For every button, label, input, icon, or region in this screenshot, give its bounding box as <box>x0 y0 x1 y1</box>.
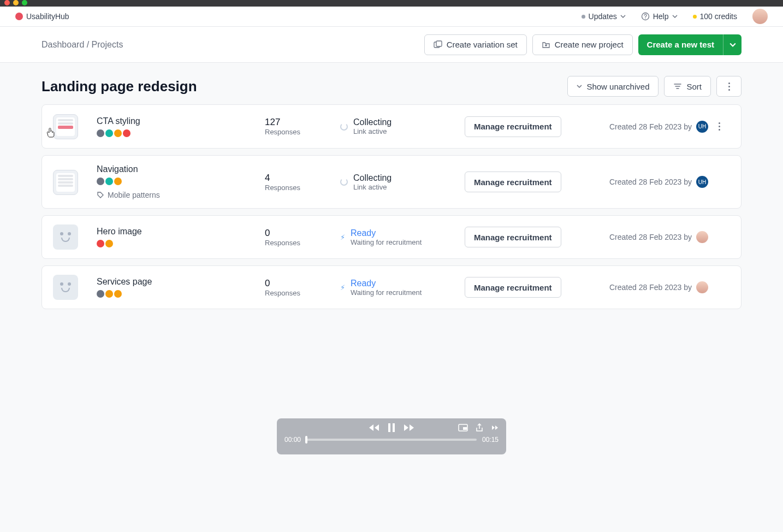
status-title: Ready <box>351 228 422 238</box>
status-title: Ready <box>351 279 422 288</box>
svg-rect-7 <box>463 427 467 430</box>
playhead-total: 00:15 <box>482 436 499 444</box>
creator-avatar: UH <box>696 121 708 133</box>
show-unarchived-button[interactable]: Show unarchived <box>567 76 659 97</box>
nav-updates[interactable]: Updates <box>582 12 626 21</box>
project-tools: Show unarchived Sort <box>567 76 742 97</box>
test-tags <box>97 129 260 137</box>
responses-label: Responses <box>265 128 336 136</box>
show-unarchived-label: Show unarchived <box>586 82 649 91</box>
nav-right: Updates Help 100 credits <box>582 9 768 24</box>
tag-icon <box>97 191 104 199</box>
more-icon <box>722 80 735 93</box>
fast-forward-button[interactable] <box>404 423 414 432</box>
tag-icon <box>114 290 122 298</box>
test-card[interactable]: Navigation Mobile patterns 4 Responses C… <box>41 155 742 209</box>
status-title: Collecting <box>353 117 391 127</box>
nav-credits-label: 100 credits <box>700 12 737 21</box>
video-controls <box>284 423 499 433</box>
pause-button[interactable] <box>387 423 396 433</box>
creator-avatar: UH <box>696 176 708 188</box>
brand-name: UsabilityHub <box>26 12 69 21</box>
test-name: Services page <box>97 277 260 287</box>
nav-help[interactable]: Help <box>641 12 678 21</box>
manage-recruitment-button[interactable]: Manage recruitment <box>465 172 561 192</box>
create-new-test-dropdown[interactable] <box>723 34 742 55</box>
window-close-icon[interactable] <box>4 0 10 5</box>
created-label: Created 28 Feb 2023 by <box>609 283 692 292</box>
window-titlebar <box>0 0 783 7</box>
manage-recruitment-button[interactable]: Manage recruitment <box>465 227 561 247</box>
created-label: Created 28 Feb 2023 by <box>609 122 692 131</box>
tag-icon <box>105 290 113 298</box>
tag-icon <box>97 129 104 137</box>
responses-label: Responses <box>265 289 336 297</box>
variation-icon <box>434 40 442 49</box>
test-tags <box>97 290 260 298</box>
created-label: Created 28 Feb 2023 by <box>609 233 692 241</box>
scrub-knob-icon[interactable] <box>305 436 307 444</box>
test-thumbnail <box>53 275 78 300</box>
window-minimize-icon[interactable] <box>13 0 19 5</box>
responses-count: 0 <box>265 228 336 239</box>
create-variation-set-label: Create variation set <box>447 40 518 49</box>
brand[interactable]: UsabilityHub <box>15 12 69 21</box>
tag-icon <box>123 129 130 137</box>
test-more-button[interactable] <box>713 120 726 133</box>
test-card[interactable]: Hero image 0 Responses ⚡︎ Ready Waiting … <box>41 215 742 259</box>
status-title: Collecting <box>353 173 391 183</box>
svg-rect-4 <box>388 423 390 432</box>
scrub-track[interactable] <box>306 439 477 441</box>
manage-recruitment-button[interactable]: Manage recruitment <box>465 116 561 137</box>
chevron-down-icon <box>577 84 582 89</box>
credits-dot-icon <box>693 15 697 19</box>
tag-icon <box>97 240 104 247</box>
chevron-down-icon <box>672 14 678 19</box>
loading-spinner-icon <box>340 123 348 131</box>
test-thumbnail <box>53 224 78 250</box>
project-more-button[interactable] <box>716 76 742 97</box>
status-subtitle: Link active <box>353 183 391 191</box>
nav-updates-label: Updates <box>589 12 617 21</box>
sort-label: Sort <box>686 82 702 91</box>
test-category-label: Mobile patterns <box>108 191 160 199</box>
rewind-button[interactable] <box>369 423 379 432</box>
test-tags <box>97 178 260 185</box>
svg-rect-5 <box>393 423 395 432</box>
bolt-icon: ⚡︎ <box>340 233 345 241</box>
create-new-test-button[interactable]: Create a new test <box>638 34 723 55</box>
create-variation-set-button[interactable]: Create variation set <box>424 34 527 55</box>
chevron-down-icon <box>729 42 736 48</box>
responses-count: 127 <box>265 117 336 128</box>
share-button[interactable] <box>476 423 483 432</box>
test-category: Mobile patterns <box>97 191 260 199</box>
tag-icon <box>105 178 113 185</box>
skip-next-button[interactable] <box>491 424 499 431</box>
nav-credits[interactable]: 100 credits <box>693 12 737 21</box>
responses-label: Responses <box>265 184 336 192</box>
window-zoom-icon[interactable] <box>22 0 27 5</box>
create-new-project-button[interactable]: Create new project <box>532 34 633 55</box>
responses-count: 0 <box>265 278 336 289</box>
tag-icon <box>105 129 113 137</box>
project-title: Landing page redesign <box>41 78 197 95</box>
sort-button[interactable]: Sort <box>664 76 711 97</box>
loading-spinner-icon <box>340 178 348 186</box>
test-name: CTA styling <box>97 116 260 126</box>
responses-count: 4 <box>265 173 336 184</box>
test-card[interactable]: CTA styling 127 Responses Collecting Lin… <box>41 104 742 149</box>
tag-icon <box>114 129 122 137</box>
test-card[interactable]: Services page 0 Responses ⚡︎ Ready Waiti… <box>41 265 742 309</box>
video-scrub: 00:00 00:15 <box>284 436 499 444</box>
tag-icon <box>97 178 104 185</box>
actions: Create variation set Create new project … <box>424 34 742 55</box>
playhead-current: 00:00 <box>284 436 301 444</box>
pip-button[interactable] <box>458 424 468 431</box>
user-avatar[interactable] <box>752 9 768 24</box>
tag-icon <box>114 178 122 185</box>
manage-recruitment-button[interactable]: Manage recruitment <box>465 277 561 298</box>
breadcrumb[interactable]: Dashboard / Projects <box>41 40 123 50</box>
status-subtitle: Waiting for recruitment <box>351 288 422 297</box>
test-list: CTA styling 127 Responses Collecting Lin… <box>0 104 783 309</box>
creator-avatar <box>696 281 708 293</box>
